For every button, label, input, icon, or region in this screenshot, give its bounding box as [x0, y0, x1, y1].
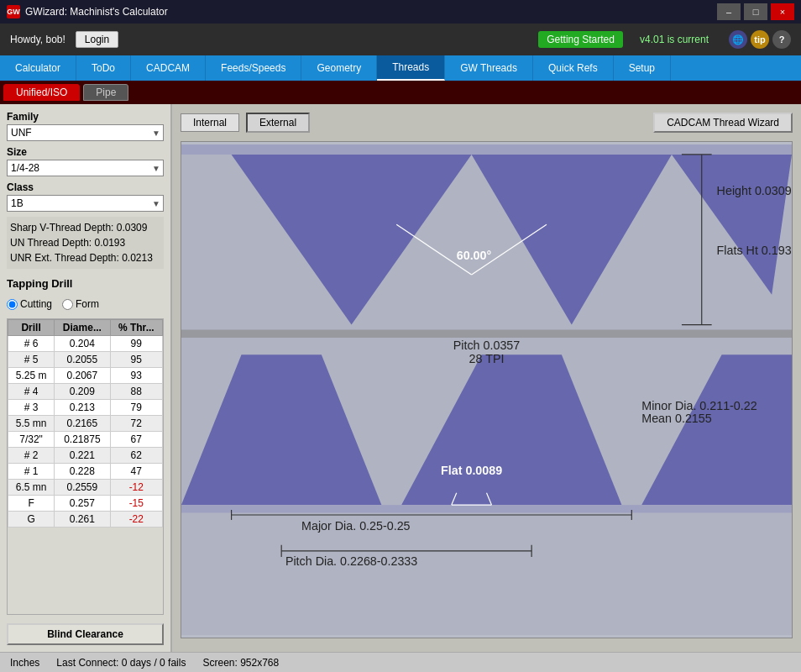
table-row[interactable]: 7/32"0.2187567 [8, 432, 163, 448]
drill-cell: # 5 [8, 352, 55, 368]
col-header-diam: Diame... [55, 320, 110, 336]
table-row[interactable]: # 60.20499 [8, 336, 163, 352]
pct-cell: 99 [110, 336, 162, 352]
svg-rect-17 [181, 505, 792, 513]
blind-clearance-button[interactable]: Blind Clearance [7, 623, 164, 645]
pct-cell: 62 [110, 448, 162, 464]
external-button[interactable]: External [246, 113, 310, 133]
diameter-cell: 0.213 [55, 400, 110, 416]
col-header-drill: Drill [8, 320, 55, 336]
un-thread-depth-stat: UN Thread Depth: 0.0193 [10, 235, 160, 250]
table-row[interactable]: 5.25 m0.206793 [8, 368, 163, 384]
table-row[interactable]: # 30.21379 [8, 400, 163, 416]
family-label: Family [7, 111, 164, 123]
tab-feeds-speeds[interactable]: Feeds/Speeds [206, 55, 301, 81]
cutting-radio-label[interactable]: Cutting [7, 298, 52, 310]
subtab-pipe[interactable]: Pipe [83, 84, 128, 101]
family-select[interactable]: UNF UNC UNEF UNS Metric [7, 124, 164, 141]
pct-cell: 88 [110, 384, 162, 400]
maximize-button[interactable]: □ [744, 3, 767, 20]
table-row[interactable]: # 40.20988 [8, 384, 163, 400]
table-row[interactable]: # 50.205595 [8, 352, 163, 368]
class-dropdown-wrap: 1A 1B 2A 2B 3A 3B ▼ [7, 195, 164, 212]
tab-threads[interactable]: Threads [377, 55, 445, 81]
tab-cadcam[interactable]: CADCAM [131, 55, 206, 81]
diameter-cell: 0.2067 [55, 368, 110, 384]
thread-svg: 60.00° Height 0.0309 Flats Ht 0.1930 [181, 142, 792, 638]
globe-icon-button[interactable]: 🌐 [729, 30, 747, 49]
drill-cell: 5.5 mn [8, 416, 55, 432]
radio-row: Cutting Form [7, 298, 164, 310]
tab-calculator[interactable]: Calculator [0, 55, 76, 81]
tab-geometry[interactable]: Geometry [301, 55, 377, 81]
stats-box: Sharp V-Thread Depth: 0.0309 UN Thread D… [7, 217, 164, 269]
diameter-cell: 0.257 [55, 496, 110, 512]
right-panel: Internal External CADCAM Thread Wizard [172, 104, 801, 652]
drill-cell: # 2 [8, 448, 55, 464]
table-row[interactable]: 5.5 mn0.216572 [8, 416, 163, 432]
table-row[interactable]: 6.5 mn0.2559-12 [8, 480, 163, 496]
cutting-radio[interactable] [7, 299, 18, 310]
family-dropdown-wrap: UNF UNC UNEF UNS Metric ▼ [7, 124, 164, 141]
table-row[interactable]: # 10.22847 [8, 464, 163, 480]
table-row[interactable]: # 20.22162 [8, 448, 163, 464]
drill-cell: # 1 [8, 464, 55, 480]
table-row[interactable]: F0.257-15 [8, 496, 163, 512]
diameter-cell: 0.2165 [55, 416, 110, 432]
drill-table-wrap[interactable]: Drill Diame... % Thr... # 60.20499# 50.2… [7, 318, 164, 615]
drill-cell: 6.5 mn [8, 480, 55, 496]
svg-text:Mean 0.2155: Mean 0.2155 [641, 412, 712, 425]
minimize-button[interactable]: – [717, 3, 741, 20]
sharp-v-thread-stat: Sharp V-Thread Depth: 0.0309 [10, 220, 160, 235]
help-button[interactable]: ? [772, 30, 791, 49]
subtab-unified-iso[interactable]: Unified/ISO [3, 84, 80, 101]
tip-button[interactable]: tip [751, 30, 769, 49]
svg-rect-13 [181, 329, 792, 338]
units-text: Inches [10, 657, 39, 669]
size-label: Size [7, 146, 164, 158]
tab-gw-threads[interactable]: GW Threads [445, 55, 533, 81]
svg-text:Pitch Dia. 0.2268-0.2333: Pitch Dia. 0.2268-0.2333 [285, 554, 417, 568]
tab-todo[interactable]: ToDo [76, 55, 131, 81]
svg-text:60.00°: 60.00° [457, 249, 492, 262]
getting-started-button[interactable]: Getting Started [538, 31, 623, 48]
unr-ext-depth-stat: UNR Ext. Thread Depth: 0.0213 [10, 250, 160, 265]
table-row[interactable]: G0.261-22 [8, 512, 163, 528]
pct-cell: -22 [110, 512, 162, 528]
class-label: Class [7, 181, 164, 193]
tab-setup[interactable]: Setup [614, 55, 671, 81]
close-button[interactable]: × [771, 3, 794, 20]
help-icons: 🌐 tip ? [729, 30, 791, 49]
cadcam-thread-wizard-button[interactable]: CADCAM Thread Wizard [653, 113, 793, 133]
version-text: v4.01 is current [640, 34, 709, 45]
drill-cell: # 6 [8, 336, 55, 352]
pct-cell: 67 [110, 432, 162, 448]
col-header-pct: % Thr... [110, 320, 162, 336]
pct-cell: 47 [110, 464, 162, 480]
diameter-cell: 0.221 [55, 448, 110, 464]
diameter-cell: 0.2055 [55, 352, 110, 368]
pct-cell: 79 [110, 400, 162, 416]
drill-cell: 5.25 m [8, 368, 55, 384]
title-bar: GW GWizard: Machinist's Calculator – □ × [0, 0, 801, 24]
status-bar: Inches Last Connect: 0 days / 0 fails Sc… [0, 652, 801, 672]
pct-cell: 93 [110, 368, 162, 384]
form-radio-label[interactable]: Form [62, 298, 99, 310]
svg-text:Pitch 0.0357: Pitch 0.0357 [453, 339, 521, 352]
drill-cell: 7/32" [8, 432, 55, 448]
svg-text:Major Dia. 0.25-0.25: Major Dia. 0.25-0.25 [301, 519, 411, 533]
tab-quick-refs[interactable]: Quick Refs [533, 55, 614, 81]
login-button[interactable]: Login [76, 31, 118, 48]
drill-cell: F [8, 496, 55, 512]
svg-rect-4 [181, 144, 792, 155]
form-radio[interactable] [62, 299, 73, 310]
diameter-cell: 0.21875 [55, 432, 110, 448]
drill-cell: # 4 [8, 384, 55, 400]
class-select[interactable]: 1A 1B 2A 2B 3A 3B [7, 195, 164, 212]
window-controls: – □ × [717, 3, 794, 20]
sub-tabs: Unified/ISO Pipe [0, 81, 801, 104]
internal-button[interactable]: Internal [181, 113, 239, 132]
size-select[interactable]: 1/4-28 5/16-24 3/8-24 1/2-20 [7, 160, 164, 176]
header-bar: Howdy, bob! Login Getting Started v4.01 … [0, 24, 801, 55]
greeting-text: Howdy, bob! [10, 34, 65, 45]
